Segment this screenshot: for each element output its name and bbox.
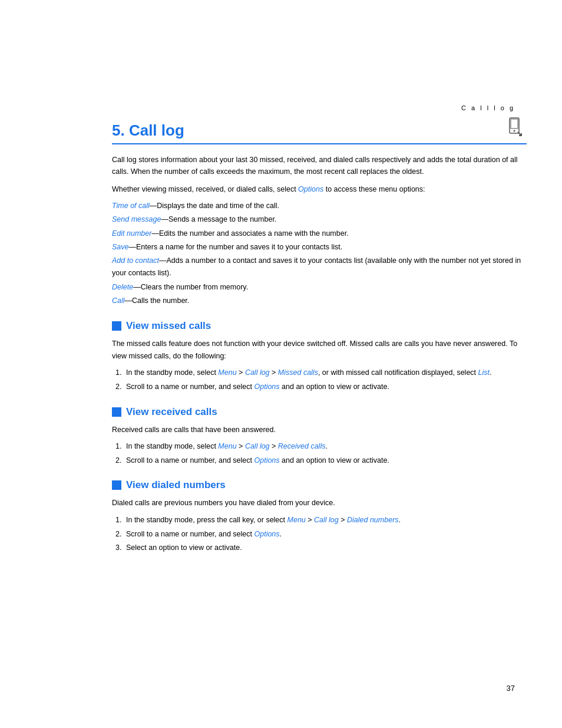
received-calls-intro: Received calls are calls that have been … [112,424,527,436]
dialed-numbers-step-1: In the standby mode, press the call key,… [124,514,527,526]
received-calls-steps: In the standby mode, select Menu > Call … [124,440,527,466]
call-log-link-rc1[interactable]: Call log [245,442,270,450]
menu-options-list: Time of call—Displays the date and time … [112,200,527,307]
section-title-missed-calls: View missed calls [126,320,211,332]
menu-link-rc1[interactable]: Menu [218,442,236,450]
menu-option-delete: Delete—Clears the number from memory. [112,281,527,294]
intro-paragraph-2: Whether viewing missed, received, or dia… [112,183,527,195]
section-title-received-calls: View received calls [126,406,217,418]
call-log-link-dn1[interactable]: Call log [314,516,339,524]
svg-point-2 [514,130,515,132]
section-icon-missed-calls [112,321,121,331]
save-link[interactable]: Save [112,243,129,251]
menu-link-dn1[interactable]: Menu [287,516,306,524]
menu-option-time-of-call: Time of call—Displays the date and time … [112,200,527,212]
chapter-icon [502,115,527,140]
options-link-rc2[interactable]: Options [254,456,279,465]
dialed-numbers-step-2: Scroll to a name or number, and select O… [124,528,527,541]
missed-calls-steps: In the standby mode, select Menu > Call … [124,367,527,393]
edit-number-link[interactable]: Edit number [112,229,151,238]
chapter-title: 5. Call log [112,121,502,140]
dialed-numbers-intro: Dialed calls are previous numbers you ha… [112,497,527,509]
section-icon-dialed-numbers [112,480,121,490]
section-heading-received-calls: View received calls [112,406,527,418]
menu-option-call: Call—Calls the number. [112,295,527,307]
missed-calls-step-2: Scroll to a name or number, and select O… [124,381,527,393]
missed-calls-link-mc1[interactable]: Missed calls [278,368,318,377]
menu-link-mc1[interactable]: Menu [218,368,236,377]
menu-option-save: Save—Enters a name for the number and sa… [112,241,527,253]
missed-calls-intro: The missed calls feature does not functi… [112,338,527,362]
options-link-intro[interactable]: Options [298,185,323,193]
dialed-numbers-steps: In the standby mode, press the call key,… [124,514,527,554]
send-message-link[interactable]: Send message [112,215,161,223]
section-heading-dialed-numbers: View dialed numbers [112,479,527,491]
received-calls-step-2: Scroll to a name or number, and select O… [124,454,527,467]
section-heading-missed-calls: View missed calls [112,320,527,332]
chapter-title-row: 5. Call log [112,115,527,144]
menu-option-edit-number: Edit number—Edits the number and associa… [112,228,527,240]
page-number: 37 [507,684,515,693]
missed-calls-step-1: In the standby mode, select Menu > Call … [124,367,527,379]
dialed-numbers-step-3: Select an option to view or activate. [124,542,527,554]
received-calls-link-rc1[interactable]: Received calls [278,442,326,450]
received-calls-step-1: In the standby mode, select Menu > Call … [124,440,527,453]
options-link-dn2[interactable]: Options [254,530,279,538]
chapter-header: C a l l l o g [461,103,515,112]
options-link-mc2[interactable]: Options [254,383,279,391]
section-icon-received-calls [112,407,121,417]
page: C a l l l o g 5. Call log Cal [0,0,562,728]
time-of-call-link[interactable]: Time of call [112,202,150,210]
call-log-link-mc1[interactable]: Call log [245,368,270,377]
intro-paragraph-1: Call log stores information about your l… [112,154,527,177]
chapter-header-title: C a l l l o g [461,104,515,111]
content-area: 5. Call log Call log stores information … [112,115,527,558]
section-title-dialed-numbers: View dialed numbers [126,479,226,491]
menu-option-add-to-contact: Add to contact—Adds a number to a contac… [112,255,527,280]
svg-rect-1 [511,119,518,129]
delete-link[interactable]: Delete [112,283,133,291]
menu-option-send-message: Send message—Sends a message to the numb… [112,213,527,226]
call-link[interactable]: Call [112,297,125,305]
call-log-icon [503,116,526,139]
add-to-contact-link[interactable]: Add to contact [112,256,159,265]
list-link-mc1[interactable]: List [478,368,490,377]
dialed-numbers-link-dn1[interactable]: Dialed numbers [347,516,399,524]
